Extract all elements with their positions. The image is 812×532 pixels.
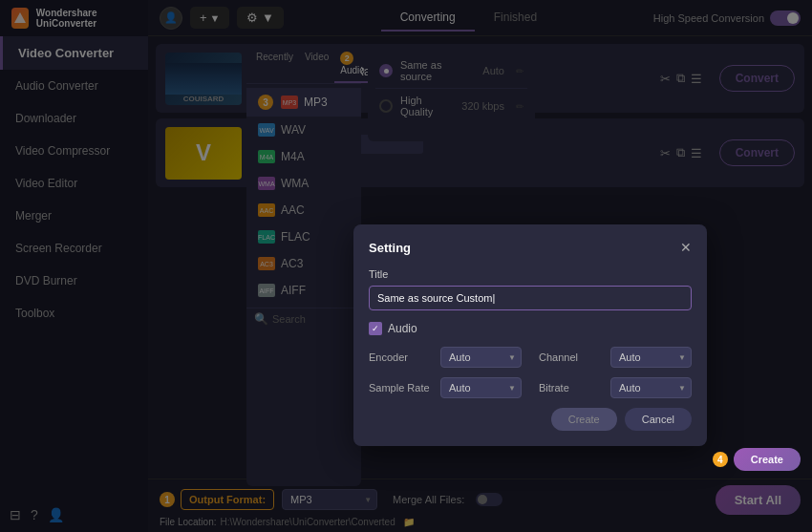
- step-4-num: 4: [713, 452, 728, 467]
- sample-rate-row: Sample Rate Auto44100 Hz48000 Hz Bitrate…: [369, 377, 692, 398]
- create-button[interactable]: Create: [734, 448, 801, 471]
- channel-label: Channel: [539, 351, 601, 363]
- audio-checkbox-row: ✓ Audio: [369, 322, 692, 335]
- bitrate-select-wrap: Auto128 kbps320 kbps: [610, 377, 692, 398]
- dialog-buttons: Create Cancel: [369, 408, 692, 431]
- encoder-row: Encoder AutoMP3AAC Channel AutoMonoStere…: [369, 347, 692, 368]
- setting-dialog: Setting ✕ Title ✓ Audio Encoder AutoMP3A…: [353, 224, 707, 446]
- bitrate-select[interactable]: Auto128 kbps320 kbps: [610, 377, 692, 398]
- channel-select-wrap: AutoMonoStereo: [610, 347, 692, 368]
- encoder-select[interactable]: AutoMP3AAC: [440, 347, 522, 368]
- sample-rate-select[interactable]: Auto44100 Hz48000 Hz: [440, 377, 522, 398]
- dialog-title: Setting: [369, 241, 411, 255]
- audio-checkbox-label: Audio: [388, 322, 417, 335]
- cancel-button[interactable]: Cancel: [625, 408, 692, 431]
- encoder-label: Encoder: [369, 351, 431, 363]
- sample-rate-label: Sample Rate: [369, 382, 431, 394]
- create-button-area: 4 Create: [713, 448, 801, 471]
- dialog-close-button[interactable]: ✕: [680, 240, 692, 255]
- encoder-select-wrap: AutoMP3AAC: [440, 347, 522, 368]
- create-gray-button[interactable]: Create: [551, 408, 617, 431]
- dialog-header: Setting ✕: [369, 240, 692, 255]
- audio-checkbox[interactable]: ✓: [369, 322, 382, 335]
- channel-select[interactable]: AutoMonoStereo: [610, 347, 692, 368]
- create-row: 4 Create: [713, 448, 801, 471]
- title-input[interactable]: [369, 286, 692, 310]
- sample-rate-select-wrap: Auto44100 Hz48000 Hz: [440, 377, 522, 398]
- bitrate-label: Bitrate: [539, 382, 601, 394]
- title-field-label: Title: [369, 268, 692, 280]
